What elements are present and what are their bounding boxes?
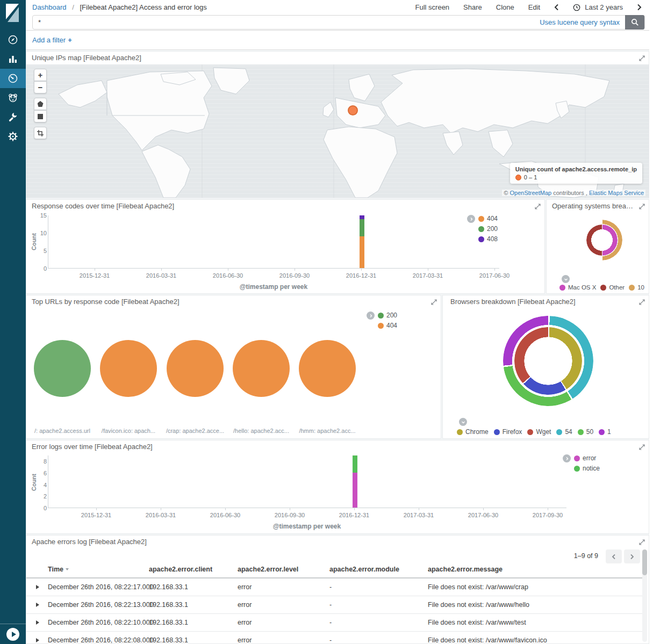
x-axis-title: @timestamp per week — [273, 523, 341, 530]
expand-panel-icon[interactable] — [535, 204, 541, 209]
time-picker[interactable]: Last 2 years — [573, 3, 623, 11]
legend-item-1[interactable]: 1 — [599, 428, 611, 436]
map-zoom-out-button[interactable]: − — [34, 81, 47, 93]
legend-item-other[interactable]: Other — [600, 284, 625, 291]
clone-button[interactable]: Clone — [496, 3, 514, 11]
sidebar-collapse-button[interactable] — [6, 628, 19, 641]
bar-segment-notice[interactable] — [353, 455, 357, 473]
bar-segment-error[interactable] — [353, 473, 357, 508]
sidebar-item-discover[interactable] — [0, 30, 26, 49]
sidebar-item-dev-tools[interactable] — [0, 107, 26, 127]
cell-time: December 26th 2016, 08:22:10.000 — [48, 614, 154, 632]
pie-crap[interactable] — [167, 340, 224, 397]
bar-segment-404[interactable] — [360, 236, 364, 268]
legend-item-error[interactable]: error — [574, 454, 600, 462]
sidebar-item-visualize[interactable] — [0, 49, 26, 69]
pie-hello[interactable] — [233, 340, 290, 397]
expand-panel-icon[interactable] — [639, 55, 645, 61]
panel-title: Error logs over time [Filebeat Apache2] — [26, 440, 649, 453]
sort-descending-icon — [66, 568, 69, 570]
scrollbar-thumb[interactable] — [642, 549, 647, 575]
legend-collapse-icon[interactable] — [459, 418, 467, 426]
kibana-logo[interactable] — [0, 0, 26, 26]
pie-favicon[interactable] — [100, 340, 157, 397]
os-donut-inner-ring[interactable] — [586, 225, 618, 256]
map-draw-rectangle-button[interactable] — [34, 110, 47, 122]
cell-module: - — [329, 596, 332, 614]
sidebar-item-dashboard[interactable] — [0, 69, 26, 88]
map-fit-data-button[interactable] — [34, 127, 47, 139]
sidebar-item-management[interactable] — [0, 127, 26, 146]
column-header-message[interactable]: apache2.error.message — [428, 566, 503, 573]
openstreetmap-link[interactable]: OpenStreetMap — [510, 190, 552, 196]
time-forward-chevron[interactable] — [637, 4, 642, 11]
edit-button[interactable]: Edit — [528, 3, 540, 11]
table-row[interactable]: December 26th 2016, 08:22:08.000 192.168… — [26, 632, 642, 644]
pie-hmm[interactable] — [299, 340, 356, 397]
column-header-time[interactable]: Time — [48, 566, 69, 573]
row-expand-caret[interactable] — [36, 578, 39, 596]
browsers-donut-inner-ring[interactable] — [514, 327, 582, 395]
cell-message: File does not exist: /var/www/hello — [428, 596, 529, 614]
compass-icon — [8, 34, 18, 45]
legend-item-firefox[interactable]: Firefox — [494, 428, 522, 436]
expand-panel-icon[interactable] — [639, 444, 645, 450]
stacked-bar-2016-12-31 — [353, 455, 357, 508]
row-expand-caret[interactable] — [36, 614, 39, 632]
map-point-marker[interactable] — [348, 105, 358, 115]
chart-legend: error notice — [563, 454, 600, 472]
chart-legend: Chrome Firefox Wget 54 50 1 — [457, 428, 611, 436]
expand-panel-icon[interactable] — [431, 299, 437, 305]
query-input[interactable] — [33, 18, 540, 26]
table-row[interactable]: December 26th 2016, 08:22:13.000 192.168… — [26, 596, 642, 614]
world-map[interactable]: + − Unique count of apache2.access.remot… — [26, 64, 649, 198]
legend-item-54[interactable]: 54 — [556, 428, 572, 436]
expand-panel-icon[interactable] — [639, 204, 645, 209]
table-row[interactable]: December 26th 2016, 08:22:10.000 192.168… — [26, 614, 642, 632]
column-header-module[interactable]: apache2.error.module — [329, 566, 399, 573]
table-scrollbar[interactable] — [642, 549, 647, 642]
legend-collapse-icon[interactable] — [467, 215, 475, 223]
legend-item-notice[interactable]: notice — [574, 465, 600, 472]
expand-panel-icon[interactable] — [639, 299, 645, 305]
row-expand-caret[interactable] — [36, 596, 39, 614]
legend-item-200[interactable]: 200 — [478, 225, 498, 233]
full-screen-button[interactable]: Full screen — [415, 3, 450, 11]
table-row[interactable]: December 26th 2016, 08:22:17.000 192.168… — [26, 578, 642, 596]
sidebar-item-timelion[interactable] — [0, 88, 26, 107]
legend-item-404[interactable]: 404 — [378, 322, 397, 329]
legend-item-50[interactable]: 50 — [578, 428, 593, 436]
column-header-client[interactable]: apache2.error.client — [149, 566, 212, 573]
cell-time: December 26th 2016, 08:22:08.000 — [48, 632, 154, 644]
legend-item-408[interactable]: 408 — [478, 235, 498, 243]
legend-item-404[interactable]: 404 — [478, 215, 498, 222]
lucene-syntax-link[interactable]: Uses lucene query syntax — [540, 18, 620, 26]
expand-panel-icon[interactable] — [639, 539, 645, 545]
bar-segment-200[interactable] — [360, 219, 364, 237]
legend-item-chrome[interactable]: Chrome — [457, 428, 489, 436]
breadcrumb-dashboard-link[interactable]: Dashboard — [32, 3, 67, 11]
search-button[interactable] — [625, 15, 644, 30]
legend-collapse-icon[interactable] — [563, 454, 571, 462]
panel-title: Operating systems breakd... — [547, 200, 649, 213]
map-draw-polygon-button[interactable] — [34, 98, 47, 110]
row-expand-caret[interactable] — [36, 632, 39, 644]
share-button[interactable]: Share — [463, 3, 482, 11]
legend-collapse-icon[interactable] — [367, 312, 375, 320]
map-zoom-in-button[interactable]: + — [34, 69, 47, 81]
pie-root-url[interactable] — [34, 340, 91, 397]
pagination-prev-button[interactable] — [606, 549, 622, 563]
legend-item-200[interactable]: 200 — [378, 312, 397, 319]
add-filter-button[interactable]: Add a filter+ — [32, 36, 72, 44]
column-header-level[interactable]: apache2.error.level — [238, 566, 298, 573]
pagination-next-button[interactable] — [624, 549, 640, 563]
clock-icon — [573, 4, 580, 11]
elastic-maps-link[interactable]: Elastic Maps Service — [589, 190, 644, 196]
legend-item-10[interactable]: 10 — [629, 284, 644, 291]
legend-item-wget[interactable]: Wget — [527, 428, 551, 436]
lion-face-icon — [8, 92, 18, 103]
stacked-bar-2016-12-31 — [360, 215, 364, 268]
legend-collapse-icon[interactable] — [562, 275, 570, 283]
legend-item-macosx[interactable]: Mac OS X — [559, 284, 596, 291]
time-back-chevron[interactable] — [554, 4, 559, 11]
